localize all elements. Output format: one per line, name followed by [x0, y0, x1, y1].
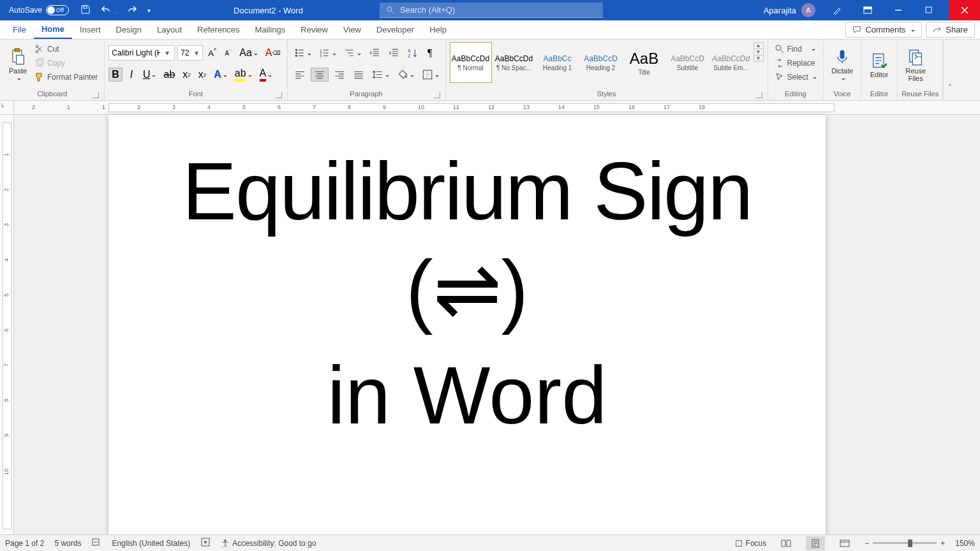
subscript-button[interactable]: x2: [180, 68, 193, 82]
line-spacing-button[interactable]: [369, 68, 392, 82]
font-name-input[interactable]: ▾: [108, 45, 175, 61]
numbering-button[interactable]: 123: [316, 46, 339, 60]
find-button[interactable]: Find: [772, 42, 818, 56]
comments-button[interactable]: Comments: [845, 22, 922, 38]
web-layout-button[interactable]: [835, 536, 854, 550]
underline-button[interactable]: U: [140, 68, 159, 82]
search-box[interactable]: Search (Alt+Q): [380, 3, 603, 18]
highlight-button[interactable]: ab: [232, 68, 255, 82]
grow-font-button[interactable]: A^: [205, 46, 219, 60]
change-case-button[interactable]: Aa: [237, 46, 260, 60]
align-center-button[interactable]: [311, 68, 329, 82]
autosave-toggle[interactable]: AutoSave Off: [0, 5, 74, 15]
status-macro-icon[interactable]: [200, 537, 211, 549]
zoom-in-button[interactable]: +: [940, 539, 945, 548]
multilevel-list-button[interactable]: [341, 46, 364, 60]
shrink-font-button[interactable]: Aˇ: [221, 46, 234, 60]
shading-button[interactable]: [394, 68, 417, 82]
format-painter-button[interactable]: Format Painter: [32, 70, 100, 84]
copy-button[interactable]: Copy: [32, 56, 100, 70]
italic-button[interactable]: I: [125, 68, 138, 82]
sort-button[interactable]: AZ: [405, 46, 421, 60]
paragraph-dialog-launcher[interactable]: [434, 92, 440, 98]
style-subtitle[interactable]: AaBbCcDSubtitle: [667, 42, 709, 83]
bullets-button[interactable]: [292, 46, 314, 60]
superscript-button[interactable]: x2: [196, 68, 209, 82]
minimize-button[interactable]: [886, 0, 911, 20]
show-marks-button[interactable]: ¶: [424, 46, 436, 60]
tab-design[interactable]: Design: [108, 21, 149, 38]
zoom-slider[interactable]: − +: [865, 539, 945, 548]
align-left-button[interactable]: [292, 68, 308, 82]
text-effects-button[interactable]: A: [211, 68, 230, 82]
align-right-button[interactable]: [331, 68, 348, 82]
styles-dialog-launcher[interactable]: [756, 92, 762, 98]
styles-scroll-up[interactable]: ▲: [754, 43, 763, 49]
style-subtle-em---[interactable]: AaBbCcDdSubtle Em...: [710, 42, 752, 83]
print-layout-button[interactable]: [806, 536, 825, 550]
dictate-button[interactable]: Dictate: [828, 42, 857, 88]
editor-button[interactable]: Editor: [865, 42, 893, 88]
bold-button[interactable]: B: [108, 68, 122, 82]
styles-expand[interactable]: ▼: [754, 55, 763, 61]
zoom-level[interactable]: 150%: [955, 539, 975, 548]
read-mode-button[interactable]: [776, 536, 796, 550]
vertical-ruler[interactable]: 12345678910: [0, 115, 14, 534]
coming-soon-icon[interactable]: [824, 0, 850, 20]
reuse-files-button[interactable]: Reuse Files: [902, 42, 930, 88]
justify-button[interactable]: [350, 68, 367, 82]
ribbon-display-icon[interactable]: [855, 0, 880, 20]
save-icon[interactable]: [80, 4, 91, 17]
style-heading-2[interactable]: AaBbCcDHeading 2: [580, 42, 622, 83]
maximize-button[interactable]: [916, 0, 942, 20]
undo-icon[interactable]: [101, 4, 117, 17]
tab-insert[interactable]: Insert: [72, 21, 108, 38]
horizontal-ruler[interactable]: 21123456789101112131415161718: [14, 101, 980, 115]
strikethrough-button[interactable]: ab: [161, 68, 177, 82]
tab-file[interactable]: File: [5, 21, 34, 38]
collapse-ribbon-button[interactable]: ˄: [943, 40, 956, 100]
style---no-spac---[interactable]: AaBbCcDd¶ No Spac...: [493, 42, 535, 83]
borders-button[interactable]: [419, 68, 442, 82]
styles-scroll-down[interactable]: ▼: [754, 49, 763, 55]
status-spellcheck-icon[interactable]: [91, 537, 101, 549]
cut-button[interactable]: Cut: [32, 42, 100, 56]
style-title[interactable]: AaBTitle: [623, 42, 665, 83]
account-button[interactable]: Aparajita A: [764, 3, 819, 17]
select-button[interactable]: Select: [772, 70, 819, 84]
redo-icon[interactable]: [127, 4, 137, 17]
tab-help[interactable]: Help: [422, 21, 454, 38]
tab-references[interactable]: References: [189, 21, 247, 38]
style-heading-1[interactable]: AaBbCcHeading 1: [537, 42, 579, 83]
increase-indent-button[interactable]: [385, 46, 402, 60]
replace-button[interactable]: Replace: [772, 56, 818, 70]
font-size-input[interactable]: ▾: [177, 45, 203, 61]
ruler-corner[interactable]: L: [0, 101, 14, 115]
paste-button[interactable]: Paste: [4, 42, 32, 88]
close-button[interactable]: [949, 0, 980, 20]
zoom-out-button[interactable]: −: [865, 539, 869, 548]
share-label: Share: [946, 25, 968, 34]
page[interactable]: Equilibrium Sign (⇌) in Word: [108, 115, 826, 534]
status-page[interactable]: Page 1 of 2: [5, 539, 44, 548]
font-dialog-launcher[interactable]: [276, 92, 282, 98]
tab-mailings[interactable]: Mailings: [248, 21, 293, 38]
style---normal[interactable]: AaBbCcDd¶ Normal: [450, 42, 492, 83]
clipboard-dialog-launcher[interactable]: [93, 92, 99, 98]
focus-mode-button[interactable]: Focus: [734, 539, 767, 548]
tab-view[interactable]: View: [336, 21, 369, 38]
status-words[interactable]: 5 words: [54, 539, 81, 548]
paste-icon: [9, 48, 27, 66]
status-language[interactable]: English (United States): [112, 539, 190, 548]
status-accessibility[interactable]: Accessibility: Good to go: [221, 539, 316, 548]
qat-more-icon[interactable]: ▾: [147, 7, 151, 14]
decrease-indent-button[interactable]: [366, 46, 383, 60]
tab-home[interactable]: Home: [34, 20, 72, 39]
tab-layout[interactable]: Layout: [149, 21, 189, 38]
styles-gallery[interactable]: AaBbCcDd¶ NormalAaBbCcDd¶ No Spac...AaBb…: [450, 42, 752, 83]
tab-developer[interactable]: Developer: [369, 21, 422, 38]
share-button[interactable]: Share: [926, 22, 975, 38]
font-color-button[interactable]: A: [257, 68, 275, 82]
tab-review[interactable]: Review: [293, 21, 336, 38]
clear-formatting-button[interactable]: A⌫: [263, 46, 283, 60]
